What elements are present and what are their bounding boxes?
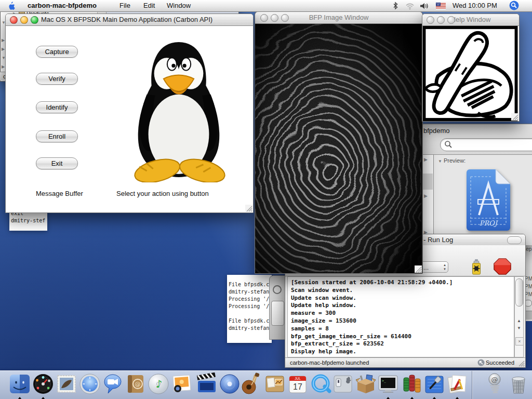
tline: dmitry-stefan	[229, 288, 272, 296]
capture-button[interactable]: Capture	[36, 46, 78, 58]
dock-icon-ical[interactable]: JUL 17	[286, 373, 309, 395]
running-indicator	[41, 397, 45, 399]
action-hint-label: Select your action using button	[116, 190, 209, 197]
dock-icon-trash[interactable]	[507, 373, 530, 395]
exit-button[interactable]: Exit	[36, 157, 78, 169]
toolbar-toggle-pill[interactable]	[507, 236, 522, 244]
succeeded-icon	[477, 359, 485, 366]
log-line: image_size = 153600	[291, 317, 514, 325]
help-window[interactable]: Help Window	[422, 14, 520, 122]
dock-icon-system-preferences[interactable]	[331, 373, 354, 395]
resize-grip[interactable]	[415, 265, 422, 273]
verify-button[interactable]: Verify	[36, 73, 78, 85]
dock-icon-thread-spools[interactable]	[401, 373, 423, 395]
minimize-icon[interactable]	[20, 16, 28, 24]
preview-section[interactable]: ▼ Preview:	[438, 157, 466, 164]
resize-grip[interactable]	[517, 360, 525, 367]
minimize-icon[interactable]	[437, 16, 445, 24]
dock-icon-garageband[interactable]	[240, 373, 263, 395]
menu-edit[interactable]: Edit	[143, 0, 155, 11]
close-box-icon[interactable]: ×	[515, 337, 524, 345]
running-indicator	[18, 397, 22, 399]
svg-text:♪: ♪	[156, 378, 163, 390]
close-icon[interactable]	[10, 16, 18, 24]
help-titlebar[interactable]: Help Window	[422, 14, 519, 26]
svg-text:@: @	[491, 376, 498, 383]
status-text: carbon-mac-bfpdemo launched	[290, 358, 369, 367]
running-indicator	[455, 397, 459, 399]
popup-stepper-icon[interactable]: ▲▼	[443, 263, 446, 271]
bfp-image-window[interactable]: BFP Image Window	[255, 11, 423, 274]
enroll-button[interactable]: Enroll	[36, 130, 78, 142]
dock-icon-at-spring[interactable]: @	[483, 373, 506, 395]
message-buffer-label: Message Buffer	[36, 190, 83, 197]
dock-icon-idvd[interactable]	[218, 373, 241, 395]
dock-icon-safari[interactable]	[78, 373, 101, 395]
dock-icon-iphoto[interactable]	[170, 373, 193, 395]
dock-icon-finder[interactable]	[8, 373, 31, 395]
log-line: bfp_extract_r_size = 623562	[291, 340, 514, 348]
svg-text:17: 17	[293, 382, 302, 391]
log-line: measure = 300	[291, 310, 514, 317]
menu-clock[interactable]: Wed 10:00 PM	[453, 0, 497, 11]
dock-icon-xcode[interactable]	[423, 373, 446, 395]
dock-icon-developer-tools-box[interactable]	[354, 373, 377, 395]
terminal-window-fragment-middle[interactable]: File bfpsdk.cdmitry-stefanProcessing '/P…	[227, 275, 272, 343]
spotlight-icon[interactable]	[509, 1, 519, 10]
disclosure-triangle-icon[interactable]: ▼	[438, 159, 442, 164]
menu-file[interactable]: File	[119, 0, 130, 11]
window-title: Mac OS X BFPSDK Main Demo Application (C…	[41, 16, 212, 23]
svg-text:JUL: JUL	[295, 377, 301, 380]
project-finder-window[interactable]: bfpdemo ▶ ▶ ▶ ▼ Preview:	[421, 124, 532, 245]
dock-icon-interface-builder[interactable]	[446, 373, 469, 395]
dock-icon-ichat[interactable]	[101, 373, 124, 395]
search-input[interactable]	[440, 138, 532, 151]
running-indicator	[386, 397, 390, 399]
dock-icon-imovie[interactable]	[195, 373, 218, 395]
close-icon[interactable]	[427, 16, 434, 24]
zoom-icon[interactable]	[31, 16, 38, 24]
groups-files-rail[interactable]: ▶ ▶ ▶	[421, 155, 434, 245]
us-flag-icon[interactable]	[436, 3, 446, 9]
log-line: [Session started at 2006-10-04 21:58:29 …	[291, 279, 514, 287]
minimize-icon[interactable]	[271, 14, 278, 22]
dock-icon-address-book[interactable]: @	[124, 373, 147, 395]
resize-grip[interactable]	[511, 113, 518, 121]
zoom-icon[interactable]	[447, 16, 455, 24]
dock-icon-itunes[interactable]: ♪	[147, 373, 170, 395]
svg-text:@: @	[135, 381, 141, 388]
svg-text:>_: >_	[382, 379, 386, 383]
dock-icon-mail[interactable]	[55, 373, 78, 395]
volume-icon[interactable]	[420, 2, 429, 10]
dock-icon-terminal[interactable]: >_	[377, 373, 400, 395]
identify-button[interactable]: Identify	[36, 101, 78, 113]
menu-app-name[interactable]: carbon-mac-bfpdemo	[28, 0, 97, 11]
tline: dmitry-stef	[11, 217, 47, 224]
wifi-icon[interactable]	[405, 2, 415, 10]
finger-help-image	[422, 26, 518, 121]
tline: File bfpsdk.c	[229, 317, 272, 325]
menu-window[interactable]: Window	[167, 0, 191, 11]
run-log-output[interactable]: [Session started at 2006-10-04 21:58:29 …	[287, 276, 514, 357]
bluetooth-icon[interactable]	[392, 2, 399, 10]
dock-icon-iweb[interactable]	[263, 373, 286, 395]
terminate-icon[interactable]	[493, 258, 512, 275]
close-icon[interactable]	[260, 14, 268, 22]
project-blueprint-icon[interactable]: PROJ	[464, 168, 512, 232]
svg-text:PROJ: PROJ	[480, 219, 498, 227]
zoom-icon[interactable]	[281, 14, 289, 22]
apple-menu-icon[interactable]	[7, 2, 15, 10]
main-titlebar[interactable]: Mac OS X BFPSDK Main Demo Application (C…	[6, 14, 253, 26]
tux-penguin-image	[124, 36, 234, 182]
run-log-status-bar: carbon-mac-bfpdemo launched Succeeded	[285, 357, 525, 367]
scrollbar-thumb[interactable]	[515, 278, 523, 307]
main-demo-window[interactable]: Mac OS X BFPSDK Main Demo Application (C…	[5, 14, 254, 213]
resize-grip[interactable]	[245, 205, 252, 212]
fingerprint-image	[255, 24, 421, 273]
bfp-titlebar[interactable]: BFP Image Window	[255, 12, 422, 24]
attach-icon[interactable]	[470, 259, 483, 275]
dock-icon-dashboard[interactable]	[32, 373, 55, 395]
dock-icon-quicktime[interactable]	[310, 373, 332, 395]
run-log-scrollbar[interactable]: ▲ ▼ ×	[514, 276, 524, 357]
log-line: samples = 8	[291, 325, 514, 333]
